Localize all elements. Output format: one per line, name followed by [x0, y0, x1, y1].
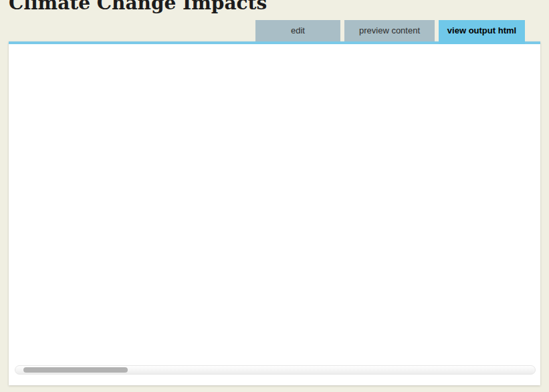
page-title: Climate Change Impacts	[9, 0, 267, 14]
tab-preview-content[interactable]: preview content	[344, 20, 435, 41]
scrollbar-thumb[interactable]	[23, 367, 128, 373]
horizontal-scrollbar[interactable]	[15, 365, 536, 375]
page: { "page": { "title": "Climate Change Imp…	[0, 0, 549, 392]
tab-bar: edit preview content view output html	[255, 20, 525, 44]
tab-edit[interactable]: edit	[255, 20, 340, 41]
tab-view-output-html[interactable]: view output html	[439, 20, 525, 44]
content-panel	[9, 41, 540, 385]
